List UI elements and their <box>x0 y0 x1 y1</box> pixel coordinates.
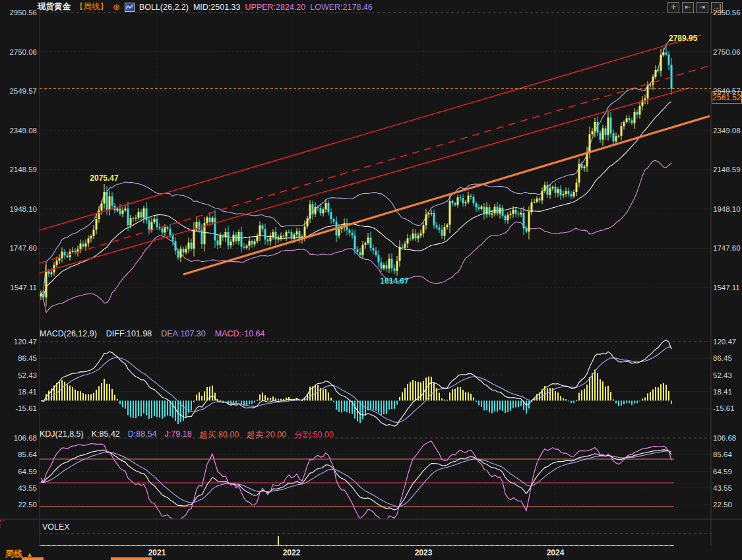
axis-label: 2950.56 <box>4 8 37 17</box>
kdj-k-value: K:85.42 <box>92 429 120 441</box>
axis-label: 1948.10 <box>4 204 37 214</box>
triangle-up-icon: ▲ <box>26 551 33 558</box>
kdj-overbought-value: 超买:80.00 <box>200 429 239 441</box>
axis-label: 2750.06 <box>713 47 742 57</box>
zoom-in-bars-icon[interactable]: ⇥ <box>696 2 708 13</box>
axis-label: 1547.11 <box>4 283 37 292</box>
zoom-out-bars-icon[interactable]: ⇤ <box>682 2 694 13</box>
macd-label: MACD(26,12,9) <box>40 329 97 338</box>
boll-label: BOLL(26,2.2) <box>139 3 189 12</box>
axis-label: 52.43 <box>4 371 37 380</box>
axis-label: 2148.59 <box>4 165 37 174</box>
svg-text:2075.47: 2075.47 <box>90 173 119 183</box>
period-selector-label: 周线 <box>5 548 22 560</box>
svg-text:2789.95: 2789.95 <box>669 34 698 43</box>
macd-header: MACD(26,12,9) DIFF:101.98 DEA:107.30 MAC… <box>40 329 264 338</box>
axis-label: 1948.10 <box>713 204 742 214</box>
symbol-name: 现货黄金 <box>38 1 71 13</box>
axis-label: -15.61 <box>4 404 37 413</box>
axis-label: 43.55 <box>713 483 742 493</box>
axis-label: 18.41 <box>713 387 742 396</box>
kdj-header: KDJ(21,8,5) K:85.42 D:88.54 J:79.18 超买:8… <box>40 429 334 441</box>
axis-label: 106.68 <box>4 433 37 443</box>
axis-label: 120.47 <box>4 337 37 346</box>
year-tick-label: 2022 <box>276 548 307 557</box>
kdj-oversold-value: 超卖:20.00 <box>247 429 286 441</box>
boll-upper-value: UPPER:2824.20 <box>245 3 306 12</box>
bottom-tab-indicator[interactable] <box>22 557 44 560</box>
axis-label: 2148.59 <box>713 165 742 174</box>
pan-crosshair-icon[interactable]: ✛ <box>667 2 679 13</box>
axis-label: 22.50 <box>4 500 37 509</box>
boll-lower-value: LOWER:2178.46 <box>310 3 373 12</box>
period-tag[interactable]: 【周线】 <box>75 1 108 13</box>
macd-diff-value: DIFF:101.98 <box>106 329 152 338</box>
kdj-d-value: D:88.54 <box>128 429 157 441</box>
axis-label: 1747.60 <box>4 243 37 253</box>
axis-label: 18.41 <box>4 387 37 396</box>
mini-chart-icon[interactable] <box>125 3 135 12</box>
macd-hist-value: MACD:-10.64 <box>215 329 265 338</box>
kdj-label: KDJ(21,8,5) <box>40 429 84 441</box>
volex-label: VOLEX <box>42 522 70 532</box>
axis-label: 43.55 <box>4 483 37 493</box>
axis-label: 120.47 <box>713 337 742 346</box>
axis-label: 85.64 <box>713 450 742 459</box>
kdj-split-value: 分割:50.00 <box>294 429 334 441</box>
year-tick-label: 2023 <box>408 548 439 557</box>
chart-header: 现货黄金 【周线】 ⊕ BOLL(26,2.2) MID:2501.33 UPP… <box>38 1 373 13</box>
axis-label: 64.59 <box>713 467 742 476</box>
axis-label: 1547.11 <box>713 283 742 292</box>
macd-dea-value: DEA:107.30 <box>161 329 205 338</box>
kdj-j-value: J:79.18 <box>165 429 192 441</box>
year-tick-label: 2024 <box>540 548 571 557</box>
axis-label: 86.45 <box>4 354 37 363</box>
year-tick-label: 2021 <box>141 548 173 557</box>
boll-mid-value: MID:2501.33 <box>193 3 241 12</box>
axis-label: 86.45 <box>713 354 742 363</box>
link-compare-icon[interactable]: ⊕ <box>113 2 120 12</box>
axis-label: 2950.56 <box>713 8 742 17</box>
axis-label: -15.61 <box>713 404 742 413</box>
axis-label: 64.59 <box>4 467 37 476</box>
axis-label: 2549.57 <box>4 86 37 96</box>
svg-text:1614.67: 1614.67 <box>380 276 409 286</box>
chart-canvas[interactable]: 2561.522075.471614.672789.95 <box>0 0 742 560</box>
axis-label: 22.50 <box>713 500 742 509</box>
axis-label: 106.68 <box>713 433 742 443</box>
axis-label: 85.64 <box>4 450 37 459</box>
trading-app-window: 2561.522075.471614.672789.95 现货黄金 【周线】 ⊕… <box>0 0 742 560</box>
axis-label: 2349.08 <box>713 126 742 135</box>
axis-label: 1747.60 <box>713 243 742 253</box>
axis-label: 2750.06 <box>4 47 37 57</box>
axis-label: 2549.57 <box>713 86 742 96</box>
axis-label: 2349.08 <box>4 126 37 135</box>
axis-label: 52.43 <box>713 371 742 380</box>
bottom-tab-indicator[interactable] <box>111 557 152 560</box>
